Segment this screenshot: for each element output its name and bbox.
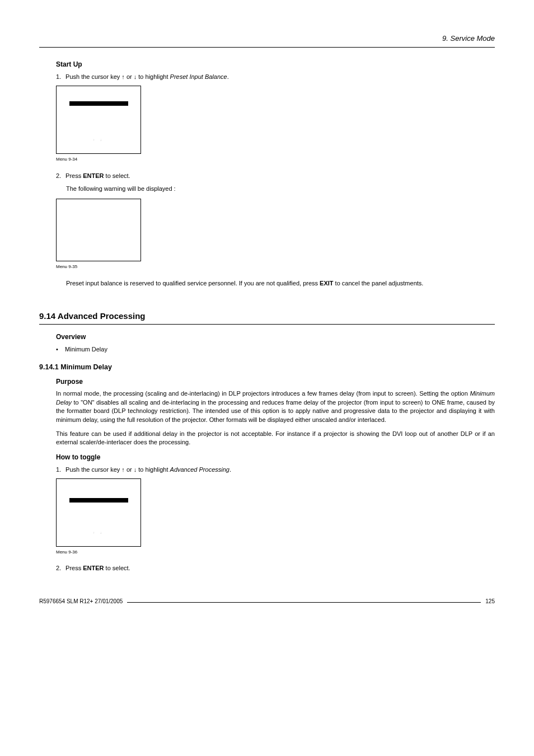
menu-9-36-label: Menu 9-36 (56, 549, 495, 555)
menu-title (57, 483, 140, 491)
menu-footer (57, 142, 140, 150)
p1-a: In normal mode, the processing (scaling … (56, 390, 470, 397)
menu-lines (57, 107, 140, 120)
step-text-tail: . (227, 73, 229, 80)
footer-line (127, 602, 481, 603)
footer-page-number: 125 (485, 598, 495, 605)
how-to-toggle-heading: How to toggle (56, 453, 495, 462)
minimum-delay-heading: 9.14.1 Minimum Delay (39, 363, 495, 373)
step-text-em: Advanced Processing (170, 466, 229, 473)
menu-9-35-label: Menu 9-35 (56, 264, 495, 270)
step-text-strong: ENTER (83, 565, 104, 571)
step-number: 2. (56, 564, 64, 572)
section-divider (39, 324, 495, 325)
step-text-strong: ENTER (83, 172, 104, 179)
advanced-processing-heading: 9.14 Advanced Processing (39, 310, 495, 322)
overview-heading: Overview (56, 332, 495, 342)
startup-step-2-sub: The following warning will be displayed … (66, 185, 495, 193)
menu-highlight-bar (69, 101, 128, 106)
menu-9-35 (56, 199, 141, 261)
p1-b: to "ON" disables all scaling and de-inte… (56, 399, 495, 423)
step-text: Push the cursor key ↑ or ↓ to highlight (65, 466, 170, 473)
bullet-text: Minimum Delay (65, 346, 107, 353)
startup-step-1: 1. Push the cursor key ↑ or ↓ to highlig… (56, 73, 495, 81)
menu-footer (57, 535, 140, 543)
purpose-paragraph-2: This feature can be used if additional d… (56, 430, 495, 447)
step-number: 1. (56, 466, 64, 474)
warning-content (57, 216, 140, 244)
overview-bullet: • Minimum Delay (56, 345, 495, 354)
start-up-heading: Start Up (56, 60, 495, 69)
step-text-tail: to select. (104, 172, 130, 179)
step-text: Push the cursor key ↑ or ↓ to highlight (65, 73, 170, 80)
header-divider (39, 47, 495, 48)
step-number: 2. (56, 172, 64, 180)
bullet-marker: • (56, 346, 58, 353)
toggle-step-1: 1. Push the cursor key ↑ or ↓ to highlig… (56, 466, 495, 474)
startup-step-2: 2. Press ENTER to select. (56, 172, 495, 180)
breadcrumb: 9. Service Mode (39, 34, 495, 44)
note-strong: EXIT (320, 280, 333, 287)
menu-line (57, 95, 140, 100)
step-number: 1. (56, 73, 64, 81)
step-text: Press (65, 172, 83, 179)
menu-line (57, 491, 140, 496)
note-tail: to cancel the panel adjustments. (334, 280, 424, 287)
footer-left: R5976654 SLM R12+ 27/01/2005 (39, 598, 123, 605)
menu-9-34: ↑ ↓ (56, 86, 141, 154)
purpose-heading: Purpose (56, 377, 495, 387)
purpose-paragraph-1: In normal mode, the processing (scaling … (56, 389, 495, 424)
menu-9-34-label: Menu 9-34 (56, 156, 495, 162)
menu-highlight-bar (69, 498, 128, 503)
step-text-tail: to select. (104, 565, 130, 571)
step-text-tail: . (229, 466, 231, 473)
menu-9-36: ↑ ↓ (56, 478, 141, 547)
note-text: Preset input balance is reserved to qual… (66, 280, 320, 287)
step-text: Press (65, 565, 83, 571)
toggle-step-2: 2. Press ENTER to select. (56, 564, 495, 572)
step-text-em: Preset Input Balance (170, 73, 227, 80)
menu-lines (57, 504, 140, 513)
startup-note: Preset input balance is reserved to qual… (66, 279, 495, 288)
page-footer: R5976654 SLM R12+ 27/01/2005 125 (39, 598, 495, 605)
menu-title (57, 91, 140, 95)
